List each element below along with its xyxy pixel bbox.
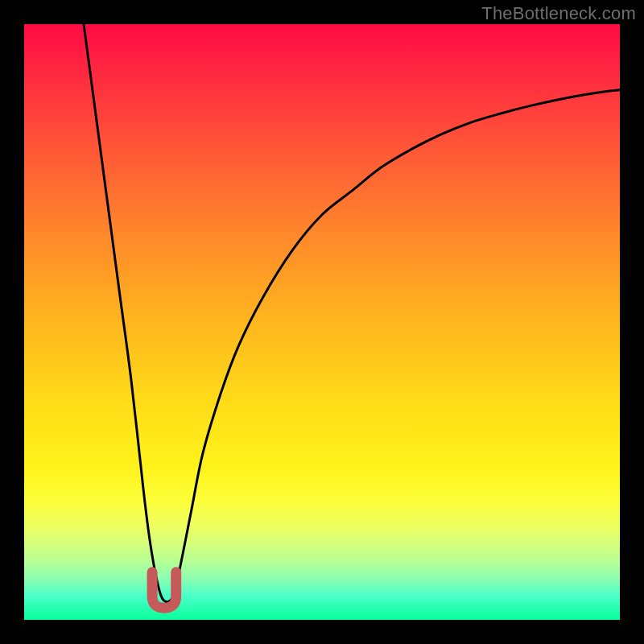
marker-u-shape [152, 572, 176, 608]
watermark-text: TheBottleneck.com [481, 3, 636, 24]
plot-area [24, 24, 620, 620]
curve-svg [24, 24, 620, 620]
chart-frame: TheBottleneck.com [0, 0, 644, 644]
bottleneck-curve [84, 24, 620, 602]
